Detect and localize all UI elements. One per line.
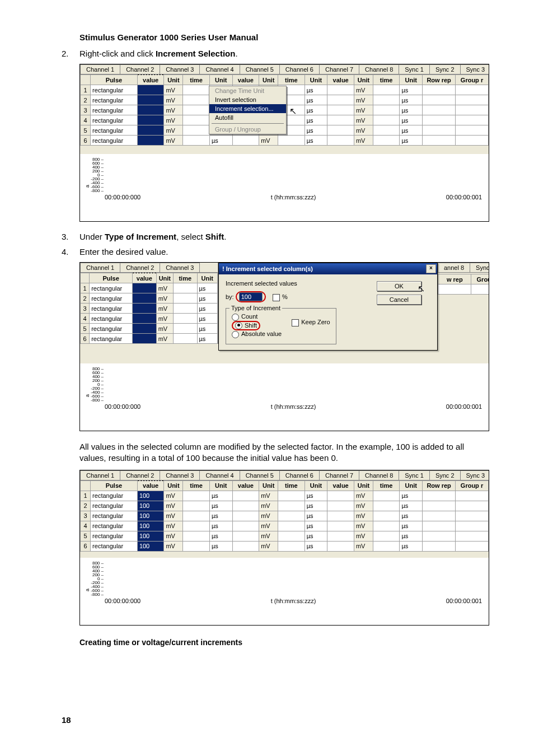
value-cell[interactable] [232,531,259,541]
cancel-button[interactable]: Cancel [377,295,421,305]
tab-channel-4[interactable]: Channel 4 [199,470,240,480]
time-cell[interactable] [183,115,210,125]
time-cell[interactable] [183,491,210,501]
time-cell[interactable] [373,511,400,521]
pulse-type[interactable]: rectangular [91,105,138,115]
tab-sync-2[interactable]: Sync 2 [429,470,461,480]
value-cell[interactable] [137,105,164,115]
tab-sync-3[interactable]: Sync 3 [460,64,489,74]
time-cell[interactable] [278,521,305,531]
pulse-type[interactable]: rectangular [90,293,133,304]
value-cell[interactable]: 100 [137,521,164,531]
value-cell[interactable] [133,283,157,293]
time-cell[interactable] [174,334,198,344]
group-cell[interactable] [456,501,489,511]
value-cell[interactable]: 100 [137,501,164,511]
group-cell[interactable] [456,531,489,541]
tab-channel-1[interactable]: Channel 1 [80,470,120,480]
time-cell[interactable] [373,85,400,95]
tab-channel-1[interactable]: Channel 1 [80,263,120,272]
value-cell[interactable]: 100 [137,491,164,501]
group-cell[interactable] [456,115,489,125]
time-cell[interactable] [183,511,210,521]
value-cell[interactable] [137,95,164,105]
tab-sync-3[interactable]: Sync 3 [460,470,489,480]
radio-shift[interactable] [235,322,242,329]
pulse-type[interactable]: rectangular [91,85,138,95]
time-cell[interactable] [373,541,400,551]
pulse-type[interactable]: rectangular [91,136,138,146]
time-cell[interactable] [183,95,210,105]
value-cell[interactable] [327,85,354,95]
rowrep-cell[interactable] [423,521,456,531]
time-cell[interactable] [373,125,400,136]
tab-channel-7[interactable]: Channel 7 [319,64,359,74]
rowrep-cell[interactable] [423,105,456,115]
pulse-type[interactable]: rectangular [90,304,133,314]
time-cell[interactable] [373,501,400,511]
value-cell[interactable] [137,115,164,125]
time-cell[interactable] [183,105,210,115]
rowrep-cell[interactable] [423,95,456,105]
time-cell[interactable] [373,531,400,541]
time-cell[interactable] [373,491,400,501]
tab-channel-8[interactable]: Channel 8 [359,64,399,74]
rowrep-cell[interactable] [423,501,456,511]
tab-channel-2[interactable]: Channel 2 [120,64,160,74]
pulse-type[interactable]: rectangular [90,324,133,334]
group-cell[interactable] [456,511,489,521]
pulse-type[interactable]: rectangular [91,501,138,511]
menu-item-autofill[interactable]: Autofill [209,113,286,122]
group-cell[interactable] [456,541,489,551]
time-cell[interactable] [183,85,210,95]
value-cell[interactable] [137,85,164,95]
tab-channel-3[interactable]: Channel 3 [160,470,200,480]
value-cell[interactable] [327,115,354,125]
group-cell[interactable] [456,521,489,531]
value-cell[interactable] [133,314,157,324]
value-cell[interactable] [232,541,259,551]
group-cell[interactable] [456,125,489,136]
pulse-type[interactable]: rectangular [91,491,138,501]
time-cell[interactable] [373,115,400,125]
close-icon[interactable]: × [426,264,436,273]
value-cell[interactable] [327,541,354,551]
tab-channel-2[interactable]: Channel 2 [120,470,160,480]
pulse-type[interactable]: rectangular [91,511,138,521]
pulse-type[interactable]: rectangular [91,95,138,105]
pulse-type[interactable]: rectangular [91,541,138,551]
value-cell[interactable] [137,136,164,146]
group-cell[interactable] [456,105,489,115]
value-cell[interactable] [327,501,354,511]
time-cell[interactable] [174,304,198,314]
tab-channel-5[interactable]: Channel 5 [240,64,280,74]
tab-annel-8[interactable]: annel 8 [438,263,470,272]
value-cell[interactable]: 100 [137,541,164,551]
by-value-input[interactable]: 100 [239,292,263,301]
pulse-type[interactable]: rectangular [90,334,133,344]
keep-zero-checkbox[interactable] [292,319,299,326]
value-cell[interactable]: 100 [137,531,164,541]
time-cell[interactable] [174,324,198,334]
time-cell[interactable] [183,541,210,551]
value-cell[interactable] [327,491,354,501]
radio-absolute[interactable] [232,331,239,338]
time-cell[interactable] [278,541,305,551]
time-cell[interactable] [183,521,210,531]
value-cell[interactable] [327,531,354,541]
time-cell[interactable] [278,511,305,521]
pulse-type[interactable]: rectangular [91,521,138,531]
time-cell[interactable] [278,501,305,511]
value-cell[interactable] [327,105,354,115]
time-cell[interactable] [373,521,400,531]
value-cell[interactable] [232,511,259,521]
value-cell[interactable] [327,136,354,146]
value-cell[interactable] [232,491,259,501]
time-cell[interactable] [183,125,210,136]
pulse-type[interactable]: rectangular [91,115,138,125]
tab-channel-5[interactable]: Channel 5 [240,470,280,480]
group-cell[interactable] [456,136,489,146]
value-cell[interactable] [327,95,354,105]
value-cell[interactable]: 100 [137,511,164,521]
time-cell[interactable] [174,283,198,293]
